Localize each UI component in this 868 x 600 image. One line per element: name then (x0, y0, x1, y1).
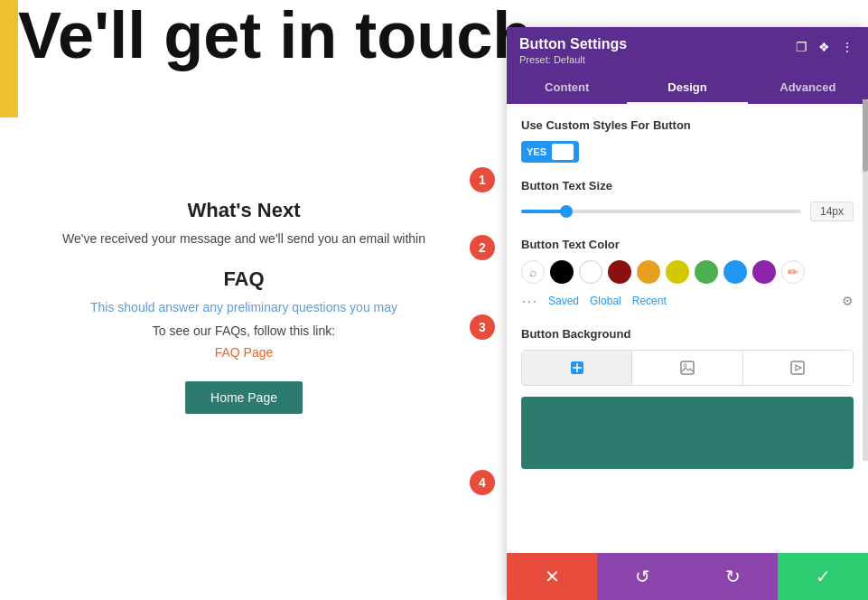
bg-color-preview[interactable] (521, 397, 854, 469)
panel-footer: ✕ ↺ ↻ ✓ (507, 553, 868, 600)
custom-styles-toggle-container: YES (521, 141, 854, 163)
faq-title: FAQ (18, 267, 470, 291)
swatch-white[interactable] (579, 260, 602, 284)
panel-title: Button Settings (519, 36, 627, 52)
faq-subtitle: This should answer any preliminary quest… (18, 300, 470, 314)
slider-thumb[interactable] (560, 205, 573, 218)
text-size-label: Button Text Size (521, 179, 854, 192)
color-tab-global[interactable]: Global (586, 293, 625, 309)
text-color-section: Button Text Color ⌕ (521, 238, 854, 311)
custom-styles-toggle[interactable]: YES (521, 141, 579, 163)
faq-link-prefix: To see our FAQs, follow this link: (18, 323, 470, 338)
whats-next-text: We've received your message and we'll se… (18, 231, 470, 246)
footer-redo-button[interactable]: ↻ (687, 553, 778, 600)
swatch-dark-red[interactable] (608, 260, 631, 284)
faq-link[interactable]: FAQ Page (18, 345, 470, 360)
text-size-value: 14px (810, 202, 854, 221)
home-page-button[interactable]: Home Page (185, 381, 303, 414)
custom-styles-label: Use Custom Styles For Button (521, 118, 854, 132)
swatch-purple[interactable] (752, 260, 776, 284)
panel-header-icons: ❐ ❖ ⋮ (794, 36, 855, 56)
bg-type-image[interactable] (632, 351, 742, 385)
step-3-circle: 3 (470, 314, 495, 340)
step-1-circle: 1 (470, 167, 495, 192)
swatch-black[interactable] (550, 260, 574, 284)
settings-panel: Button Settings Preset: Default ❐ ❖ ⋮ Co… (507, 27, 868, 600)
toggle-yes-label: YES (527, 146, 546, 157)
panel-header-left: Button Settings Preset: Default (519, 36, 627, 65)
tab-content[interactable]: Content (507, 72, 627, 104)
page-heading: Ve'll get in touch (18, 0, 532, 71)
yellow-accent-bar (0, 0, 18, 117)
panel-scrollbar-thumb (863, 99, 868, 172)
panel-icon-more[interactable]: ⋮ (839, 38, 855, 56)
panel-scrollbar[interactable] (863, 99, 868, 461)
swatch-green[interactable] (695, 260, 718, 284)
swatch-yellow[interactable] (666, 260, 689, 284)
swatch-pencil[interactable]: ✏ (781, 260, 805, 284)
step-2-circle: 2 (470, 235, 495, 260)
panel-icon-resize1[interactable]: ❐ (794, 38, 809, 56)
bg-type-video[interactable] (743, 351, 853, 385)
panel-body: Use Custom Styles For Button YES Button … (507, 104, 868, 553)
tab-advanced[interactable]: Advanced (748, 72, 868, 104)
page-content-area: What's Next We've received your message … (0, 181, 488, 432)
swatch-orange[interactable] (637, 260, 660, 284)
svg-point-2 (684, 364, 686, 367)
footer-undo-button[interactable]: ↺ (597, 553, 687, 600)
color-picker-btn[interactable]: ⌕ (521, 260, 545, 284)
background-label: Button Background (521, 327, 854, 341)
color-tab-saved[interactable]: Saved (545, 293, 583, 309)
panel-preset: Preset: Default (519, 54, 627, 65)
footer-cancel-button[interactable]: ✕ (507, 553, 597, 600)
background-section: Button Background (521, 327, 854, 469)
tab-design[interactable]: Design (627, 72, 747, 104)
whats-next-title: What's Next (18, 199, 470, 222)
bg-type-row (521, 350, 854, 386)
panel-icon-resize2[interactable]: ❖ (817, 38, 832, 56)
step-4-circle: 4 (470, 470, 495, 495)
color-gear-icon[interactable]: ⚙ (842, 294, 854, 308)
color-tab-recent[interactable]: Recent (629, 293, 670, 309)
color-swatches: ⌕ ✏ (521, 260, 854, 284)
more-options-dots[interactable]: ⋯ (521, 291, 537, 311)
toggle-box (552, 144, 574, 160)
text-color-label: Button Text Color (521, 238, 854, 251)
panel-header: Button Settings Preset: Default ❐ ❖ ⋮ (507, 27, 868, 72)
swatch-blue[interactable] (723, 260, 747, 284)
text-size-slider-row: 14px (521, 202, 854, 221)
color-tabs-row: ⋯ Saved Global Recent ⚙ (521, 291, 854, 311)
bg-type-color[interactable] (522, 351, 632, 385)
svg-rect-1 (681, 361, 694, 374)
panel-tabs: Content Design Advanced (507, 72, 868, 104)
footer-save-button[interactable]: ✓ (778, 553, 868, 600)
text-size-slider-track[interactable] (521, 210, 801, 213)
